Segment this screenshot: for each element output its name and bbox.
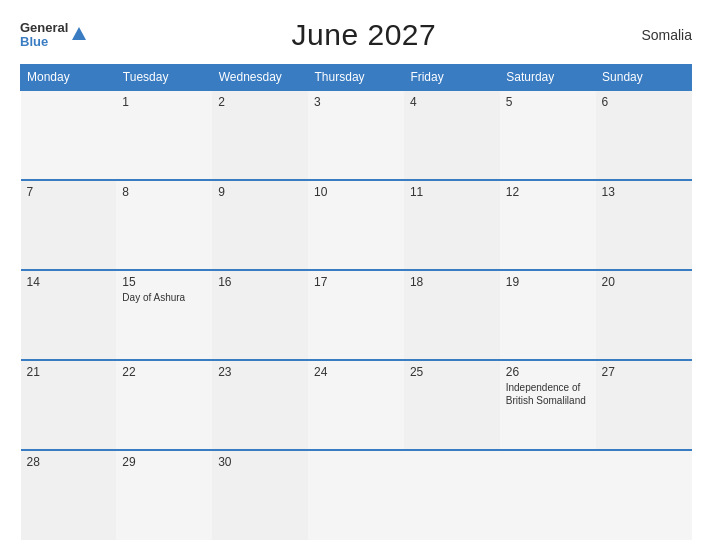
day-number: 23: [218, 365, 302, 379]
header-friday: Friday: [404, 65, 500, 91]
table-cell: 27: [596, 360, 692, 450]
day-number: 4: [410, 95, 494, 109]
table-cell: [308, 450, 404, 540]
calendar-row: 282930: [21, 450, 692, 540]
day-number: 17: [314, 275, 398, 289]
day-number: 5: [506, 95, 590, 109]
weekday-header-row: Monday Tuesday Wednesday Thursday Friday…: [21, 65, 692, 91]
table-cell: 26Independence of British Somaliland: [500, 360, 596, 450]
table-cell: 7: [21, 180, 117, 270]
header-tuesday: Tuesday: [116, 65, 212, 91]
day-number: 6: [602, 95, 686, 109]
day-number: 9: [218, 185, 302, 199]
day-number: 21: [27, 365, 111, 379]
table-cell: 28: [21, 450, 117, 540]
event-label: Independence of British Somaliland: [506, 381, 590, 407]
country-name: Somalia: [641, 27, 692, 43]
header-monday: Monday: [21, 65, 117, 91]
day-number: 16: [218, 275, 302, 289]
day-number: 22: [122, 365, 206, 379]
calendar-row: 78910111213: [21, 180, 692, 270]
day-number: 19: [506, 275, 590, 289]
event-label: Day of Ashura: [122, 291, 206, 304]
table-cell: 20: [596, 270, 692, 360]
table-cell: 15Day of Ashura: [116, 270, 212, 360]
day-number: 18: [410, 275, 494, 289]
table-cell: 16: [212, 270, 308, 360]
header: General Blue June 2027 Somalia: [20, 18, 692, 52]
table-cell: 21: [21, 360, 117, 450]
day-number: 24: [314, 365, 398, 379]
table-cell: 4: [404, 90, 500, 180]
day-number: 1: [122, 95, 206, 109]
table-cell: 11: [404, 180, 500, 270]
day-number: 3: [314, 95, 398, 109]
day-number: 26: [506, 365, 590, 379]
day-number: 12: [506, 185, 590, 199]
calendar-row: 212223242526Independence of British Soma…: [21, 360, 692, 450]
day-number: 15: [122, 275, 206, 289]
table-cell: [404, 450, 500, 540]
table-cell: 6: [596, 90, 692, 180]
logo: General Blue: [20, 21, 86, 50]
table-cell: [500, 450, 596, 540]
day-number: 30: [218, 455, 302, 469]
table-cell: 18: [404, 270, 500, 360]
table-cell: 14: [21, 270, 117, 360]
day-number: 13: [602, 185, 686, 199]
table-cell: 8: [116, 180, 212, 270]
day-number: 10: [314, 185, 398, 199]
table-cell: 30: [212, 450, 308, 540]
day-number: 8: [122, 185, 206, 199]
day-number: 14: [27, 275, 111, 289]
header-wednesday: Wednesday: [212, 65, 308, 91]
logo-general: General: [20, 21, 68, 35]
calendar-page: General Blue June 2027 Somalia Monday Tu…: [0, 0, 712, 550]
table-cell: 22: [116, 360, 212, 450]
table-cell: 12: [500, 180, 596, 270]
table-cell: 10: [308, 180, 404, 270]
day-number: 7: [27, 185, 111, 199]
table-cell: 23: [212, 360, 308, 450]
table-cell: 24: [308, 360, 404, 450]
day-number: 29: [122, 455, 206, 469]
calendar-row: 123456: [21, 90, 692, 180]
calendar-table: Monday Tuesday Wednesday Thursday Friday…: [20, 64, 692, 540]
header-sunday: Sunday: [596, 65, 692, 91]
table-cell: 9: [212, 180, 308, 270]
logo-blue: Blue: [20, 35, 68, 49]
day-number: 20: [602, 275, 686, 289]
day-number: 11: [410, 185, 494, 199]
logo-triangle-icon: [72, 27, 86, 40]
table-cell: 19: [500, 270, 596, 360]
table-cell: 25: [404, 360, 500, 450]
table-cell: 2: [212, 90, 308, 180]
table-cell: 17: [308, 270, 404, 360]
table-cell: 1: [116, 90, 212, 180]
day-number: 28: [27, 455, 111, 469]
calendar-row: 1415Day of Ashura1617181920: [21, 270, 692, 360]
header-saturday: Saturday: [500, 65, 596, 91]
day-number: 2: [218, 95, 302, 109]
table-cell: 5: [500, 90, 596, 180]
calendar-title: June 2027: [292, 18, 437, 52]
table-cell: 3: [308, 90, 404, 180]
table-cell: 13: [596, 180, 692, 270]
table-cell: 29: [116, 450, 212, 540]
table-cell: [596, 450, 692, 540]
table-cell: [21, 90, 117, 180]
day-number: 25: [410, 365, 494, 379]
header-thursday: Thursday: [308, 65, 404, 91]
day-number: 27: [602, 365, 686, 379]
